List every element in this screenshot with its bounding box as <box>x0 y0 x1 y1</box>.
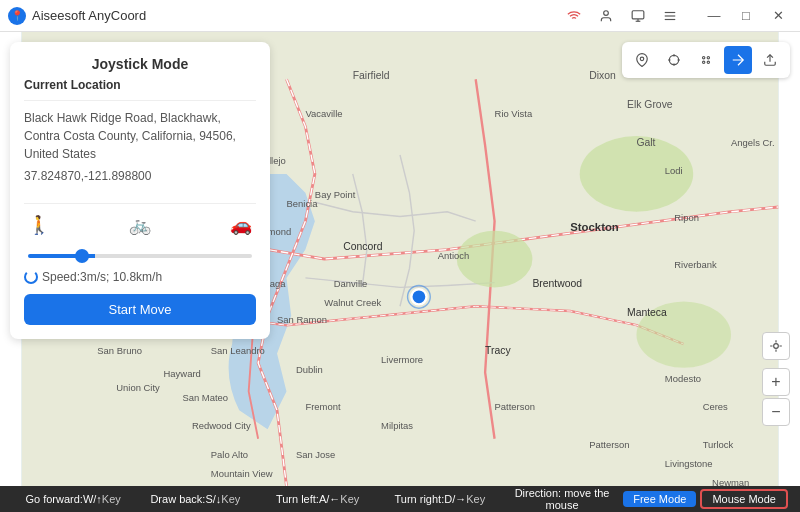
wifi-icon-btn[interactable] <box>560 5 588 27</box>
logo-icon: 📍 <box>8 7 26 25</box>
export-tool-btn[interactable] <box>756 46 784 74</box>
svg-text:Benicia: Benicia <box>287 198 319 209</box>
svg-point-0 <box>604 10 609 15</box>
svg-rect-1 <box>632 10 644 18</box>
svg-text:San Ramon: San Ramon <box>277 314 327 325</box>
svg-text:Turlock: Turlock <box>703 439 734 450</box>
free-mode-button[interactable]: Free Mode <box>623 491 696 507</box>
zoom-in-btn[interactable]: + <box>762 368 790 396</box>
svg-text:Hayward: Hayward <box>164 368 201 379</box>
map-container: Concord Berkeley Walnut Creek Antioch Br… <box>0 32 800 486</box>
svg-text:Tracy: Tracy <box>485 345 511 356</box>
svg-text:Milpitas: Milpitas <box>381 420 413 431</box>
my-location-btn[interactable] <box>762 332 790 360</box>
svg-text:Elk Grove: Elk Grove <box>627 99 673 110</box>
svg-text:Ripon: Ripon <box>674 212 699 223</box>
svg-text:San Mateo: San Mateo <box>182 392 228 403</box>
zoom-out-btn[interactable]: − <box>762 398 790 426</box>
status-forward: Go forward:W/↑Key <box>12 493 134 505</box>
svg-text:San Jose: San Jose <box>296 449 335 460</box>
speed-icons-row: 🚶 🚲 🚗 <box>24 214 256 236</box>
app-title: Aiseesoft AnyCoord <box>32 8 146 23</box>
user-icon-btn[interactable] <box>592 5 620 27</box>
status-direction: Direction: move the mouse <box>501 487 623 511</box>
status-left: Turn left:A/←Key <box>256 493 378 505</box>
maximize-btn[interactable]: □ <box>732 5 760 27</box>
svg-text:Livermore: Livermore <box>381 354 423 365</box>
pin-tool-btn[interactable] <box>628 46 656 74</box>
svg-text:Galt: Galt <box>636 137 655 148</box>
statusbar: Go forward:W/↑Key Draw back:S/↓Key Turn … <box>0 486 800 512</box>
monitor-icon-btn[interactable] <box>624 5 652 27</box>
svg-text:Angels Cr.: Angels Cr. <box>731 137 775 148</box>
zoom-controls: + − <box>762 332 790 426</box>
walk-icon[interactable]: 🚶 <box>28 214 50 236</box>
svg-text:Stockton: Stockton <box>570 221 619 233</box>
svg-point-73 <box>707 61 709 63</box>
svg-text:Dixon: Dixon <box>589 70 616 81</box>
svg-text:Riverbank: Riverbank <box>674 259 717 270</box>
map-toolbar <box>622 42 790 78</box>
svg-text:Lodi: Lodi <box>665 165 683 176</box>
svg-point-70 <box>703 57 705 59</box>
svg-text:Walnut Creek: Walnut Creek <box>324 297 381 308</box>
svg-text:Modesto: Modesto <box>665 373 701 384</box>
svg-text:Union City: Union City <box>116 382 160 393</box>
svg-point-62 <box>411 289 426 304</box>
svg-text:Bay Point: Bay Point <box>315 189 356 200</box>
svg-point-64 <box>640 57 644 61</box>
titlebar-actions: — □ ✕ <box>560 5 792 27</box>
svg-text:Patterson: Patterson <box>589 439 629 450</box>
svg-point-71 <box>707 57 709 59</box>
speed-label: Speed:3m/s; 10.8km/h <box>24 270 256 284</box>
car-icon[interactable]: 🚗 <box>230 214 252 236</box>
close-btn[interactable]: ✕ <box>764 5 792 27</box>
svg-point-72 <box>703 61 705 63</box>
svg-text:Ceres: Ceres <box>703 401 728 412</box>
start-move-button[interactable]: Start Move <box>24 294 256 325</box>
crosshair-tool-btn[interactable] <box>660 46 688 74</box>
grid-tool-btn[interactable] <box>692 46 720 74</box>
bike-icon[interactable]: 🚲 <box>129 214 151 236</box>
speed-slider[interactable] <box>28 254 252 258</box>
svg-text:Vacaville: Vacaville <box>305 108 342 119</box>
svg-text:Redwood City: Redwood City <box>192 420 251 431</box>
panel-location-label: Current Location <box>24 78 256 92</box>
svg-text:Fremont: Fremont <box>305 401 341 412</box>
svg-text:Newman: Newman <box>712 477 749 486</box>
joystick-panel: Joystick Mode Current Location Black Haw… <box>10 42 270 339</box>
svg-text:Livingstone: Livingstone <box>665 458 713 469</box>
menu-icon-btn[interactable] <box>656 5 684 27</box>
svg-text:San Leandro: San Leandro <box>211 345 265 356</box>
svg-text:Rio Vista: Rio Vista <box>495 108 533 119</box>
svg-point-65 <box>669 55 678 64</box>
svg-text:Danville: Danville <box>334 278 368 289</box>
app-logo: 📍 Aiseesoft AnyCoord <box>8 7 146 25</box>
status-back: Draw back:S/↓Key <box>134 493 256 505</box>
panel-coords: 37.824870,-121.898800 <box>24 167 256 185</box>
minimize-btn[interactable]: — <box>700 5 728 27</box>
titlebar: 📍 Aiseesoft AnyCoord — □ <box>0 0 800 32</box>
mouse-mode-button[interactable]: Mouse Mode <box>700 489 788 509</box>
speed-spinner-icon <box>24 270 38 284</box>
svg-text:Antioch: Antioch <box>438 250 469 261</box>
svg-text:Fairfield: Fairfield <box>353 70 390 81</box>
svg-text:Concord: Concord <box>343 241 382 252</box>
svg-text:Manteca: Manteca <box>627 307 667 318</box>
svg-text:Mountain View: Mountain View <box>211 468 273 479</box>
speed-slider-wrap <box>24 244 256 262</box>
svg-text:Patterson: Patterson <box>495 401 535 412</box>
svg-point-75 <box>774 344 779 349</box>
panel-address: Black Hawk Ridge Road, Blackhawk, Contra… <box>24 100 256 204</box>
svg-text:Palo Alto: Palo Alto <box>211 449 248 460</box>
svg-text:Brentwood: Brentwood <box>532 278 582 289</box>
svg-text:San Bruno: San Bruno <box>97 345 142 356</box>
route-tool-btn[interactable] <box>724 46 752 74</box>
svg-text:Dublin: Dublin <box>296 364 323 375</box>
status-right: Turn right:D/→Key <box>379 493 501 505</box>
panel-mode-title: Joystick Mode <box>24 56 256 72</box>
